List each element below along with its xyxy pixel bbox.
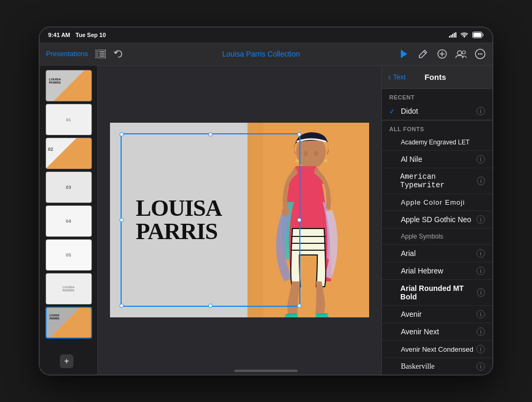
font-item-american-typewriter[interactable]: American Typewriter i [382,168,492,194]
svg-point-33 [296,159,299,162]
svg-point-16 [457,51,462,55]
font-item-avenir-next-condensed[interactable]: Avenir Next Condensed i [382,341,492,358]
slide-headline: LOUISA PARRIS [136,197,222,243]
font-name-label: Academy Engraved LET [401,139,470,146]
font-item-left: Apple Color Emoji [389,198,465,206]
slide-thumb-8[interactable]: LOUISAPARRIS [45,307,92,339]
svg-rect-3 [454,33,455,38]
font-item-left: Apple SD Gothic Neo [389,215,471,224]
font-item-arial-rounded-bold[interactable]: Arial Rounded MT Bold i [382,280,492,306]
add-slide-button[interactable]: + [60,354,74,368]
slide-thumb-5[interactable]: 5 04 [45,205,92,237]
wifi-icon [461,32,468,38]
all-fonts-section-label: ALL FONTS [382,121,492,134]
font-item-apple-color-emoji[interactable]: Apple Color Emoji [382,194,492,211]
slide-thumb-7[interactable]: 7 LOUISAPARRIS [45,273,92,305]
undo-button[interactable] [113,48,124,60]
font-name-label: Apple SD Gothic Neo [401,215,471,224]
svg-point-34 [324,159,327,162]
svg-point-26 [314,151,318,156]
font-item-apple-symbols[interactable]: Apple Symbols [382,229,492,245]
font-item-avenir[interactable]: Avenir i [382,306,492,323]
font-item-left: American Typewriter [389,172,477,189]
slide-thumb-6[interactable]: 6 05 [45,239,92,271]
back-label: Text [393,73,406,81]
font-info-button[interactable]: i [476,107,485,115]
font-item-left: Apple Symbols [389,233,443,240]
font-info-button[interactable]: i [476,362,485,371]
svg-line-12 [424,51,426,53]
font-info-button[interactable]: i [476,215,485,224]
draw-button[interactable] [417,48,429,60]
font-item-left: Avenir Next Condensed [389,345,473,353]
font-info-button[interactable]: i [476,155,485,163]
svg-rect-0 [449,36,450,38]
add-object-button[interactable] [436,48,448,60]
svg-point-20 [480,53,481,54]
font-item-baskerville[interactable]: Baskerville i [382,358,492,374]
slide-thumb-1[interactable]: 1 LOUISAPARRIS [45,70,92,102]
font-item-left: Avenir [389,310,421,318]
font-info-button[interactable]: i [477,288,485,297]
slide-canvas[interactable]: LOUISA PARRIS [110,123,369,317]
slide-text-panel: LOUISA PARRIS [110,123,247,317]
font-name-label: Arial [401,249,416,258]
battery-icon [472,32,484,38]
collaborate-button[interactable] [455,48,467,60]
slide-thumb-4[interactable]: 4 03 [45,171,92,203]
font-info-button[interactable]: i [476,327,485,336]
slide-thumbnail-visual: 02 [46,138,91,169]
panel-title: Fonts [425,72,446,81]
svg-rect-6 [473,33,481,37]
font-name-label: Arial Rounded MT Bold [400,284,477,301]
slide-text-line1: LOUISA [136,197,222,220]
font-info-button[interactable]: i [476,249,485,258]
font-item-left: Arial Hebrew [389,267,443,275]
slide-thumbnail-visual: 04 [46,206,91,236]
slide-text-line2: PARRIS [136,220,222,243]
font-item-left: ✓ Didot [389,107,418,115]
play-button[interactable] [398,48,410,60]
slide-thumbnail-visual: 05 [46,240,91,270]
presentations-button[interactable]: Presentations [46,50,88,58]
status-right [449,32,484,38]
font-name-label: Didot [401,107,418,115]
svg-rect-1 [451,35,452,38]
font-item-arial[interactable]: Arial i [382,245,492,262]
font-name-label: Avenir [401,310,421,318]
font-item-didot[interactable]: ✓ Didot i [382,103,492,120]
svg-point-21 [481,53,482,54]
font-info-button[interactable]: i [477,177,485,185]
font-info-button[interactable]: i [476,310,485,318]
svg-point-30 [282,207,289,216]
svg-point-25 [304,151,308,156]
font-item-left: Academy Engraved LET [389,139,470,146]
font-name-label: Avenir Next Condensed [401,345,473,353]
svg-point-19 [478,53,479,54]
slide-thumb-2[interactable]: 2 01 [45,104,92,135]
slide-photo-panel [247,123,369,317]
back-to-text-button[interactable]: ‹ Text [388,72,406,82]
font-name-label: Apple Color Emoji [401,198,465,206]
font-item-left: Avenir Next [389,327,439,336]
font-item-avenir-next[interactable]: Avenir Next i [382,323,492,341]
slide-thumb-3[interactable]: 3 02 [45,138,92,169]
more-options-button[interactable] [474,48,486,60]
font-item-academy[interactable]: Academy Engraved LET [382,134,492,151]
font-info-button[interactable]: i [476,345,485,353]
fashion-model-illustration [247,123,369,317]
recent-section-label: RECENT [382,89,492,103]
slide-thumbnail-visual: LOUISAPARRIS [46,70,91,101]
time-display: 9:41 AM [48,32,70,38]
back-chevron-icon: ‹ [388,72,391,82]
font-name-label: Apple Symbols [401,233,443,240]
status-left: 9:41 AM Tue Sep 10 [48,32,106,38]
font-item-al-nile[interactable]: Al Nile i [382,151,492,168]
font-item-apple-sd-gothic[interactable]: Apple SD Gothic Neo i [382,211,492,229]
toolbar-left: Presentations [46,48,124,60]
home-indicator [234,370,298,372]
font-info-button[interactable]: i [476,267,485,275]
sidebar-toggle-button[interactable] [95,48,106,60]
font-item-arial-hebrew[interactable]: Arial Hebrew i [382,262,492,280]
slides-sidebar: 1 LOUISAPARRIS 2 01 3 02 4 03 [40,66,98,374]
